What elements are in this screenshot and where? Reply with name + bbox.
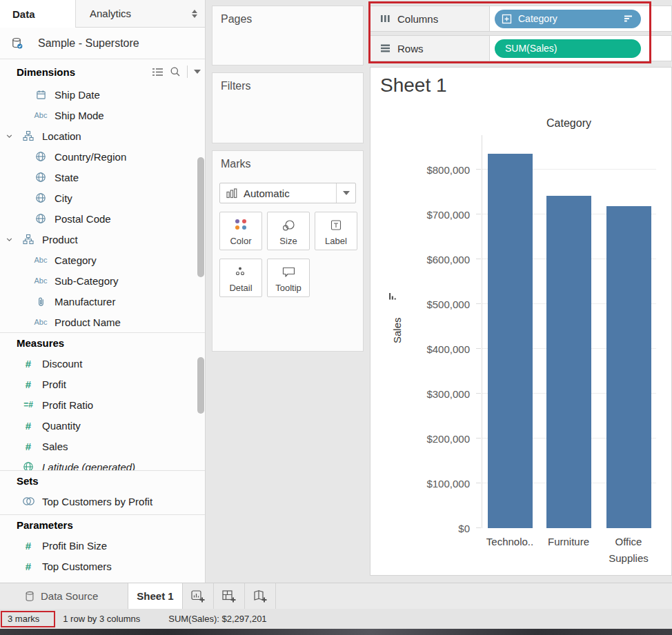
- detail-dots-icon: [220, 266, 261, 276]
- paperclip-icon: [33, 296, 48, 307]
- columns-drop-zone[interactable]: Category: [489, 6, 671, 31]
- x-tick-office-supplies[interactable]: Office Supplies: [600, 534, 658, 567]
- field-ship-date[interactable]: Ship Date: [0, 84, 205, 105]
- scrollbar-thumb[interactable]: [197, 157, 204, 277]
- columns-shelf[interactable]: Columns Category: [370, 6, 672, 32]
- mark-type-dropdown[interactable]: Automatic: [219, 183, 356, 203]
- worksheet-view: Sheet 1 Category $0$100,000$200,000$300,…: [370, 67, 672, 576]
- field-state[interactable]: State: [0, 167, 205, 188]
- field-sales[interactable]: # Sales: [0, 436, 205, 456]
- field-manufacturer[interactable]: Manufacturer: [0, 291, 205, 312]
- pill-sum-sales[interactable]: SUM(Sales): [495, 39, 641, 58]
- y-tick-mark: [476, 438, 481, 439]
- color-dots-icon: [220, 219, 261, 230]
- size-button[interactable]: Size: [267, 212, 310, 250]
- pages-shelf[interactable]: Pages: [212, 6, 364, 65]
- rows-shelf[interactable]: Rows SUM(Sales): [370, 35, 672, 61]
- field-city[interactable]: City: [0, 188, 205, 208]
- bar-office-supplies[interactable]: [606, 206, 651, 528]
- view-data-grid-icon[interactable]: [152, 67, 164, 77]
- bar-furniture[interactable]: [546, 196, 591, 528]
- plot-area: Technolo.. Furniture Office Supplies: [482, 135, 656, 528]
- field-profit[interactable]: # Profit: [0, 374, 205, 394]
- field-category[interactable]: Abc Category: [0, 250, 205, 270]
- abc-icon: Abc: [33, 256, 48, 264]
- abc-icon: Abc: [33, 318, 48, 326]
- y-tick-label: $200,000: [426, 433, 470, 445]
- search-icon[interactable]: [170, 66, 181, 77]
- sales-axis-label[interactable]: Sales: [391, 317, 403, 343]
- y-tick-label: $0: [458, 523, 470, 534]
- field-location-hierarchy[interactable]: Location: [0, 125, 205, 146]
- field-country-region[interactable]: Country/Region: [0, 146, 205, 167]
- field-latitude-generated[interactable]: Latitude (generated): [0, 456, 205, 470]
- dimensions-header-label: Dimensions: [17, 66, 75, 78]
- tab-analytics[interactable]: Analytics: [76, 0, 205, 28]
- tab-data-label: Data: [12, 8, 35, 20]
- calculated-number-icon: =#: [21, 400, 36, 410]
- new-dashboard-button[interactable]: [214, 583, 245, 609]
- param-top-customers[interactable]: # Top Customers: [0, 556, 205, 576]
- globe-icon: [33, 151, 48, 162]
- bar-chart-icon: [226, 188, 238, 199]
- rows-drop-zone[interactable]: SUM(Sales): [489, 36, 671, 61]
- parameters-list: # Profit Bin Size # Top Customers: [0, 535, 205, 576]
- tab-data-source[interactable]: Data Source: [0, 583, 128, 609]
- number-icon: #: [21, 379, 36, 390]
- new-story-button[interactable]: [245, 583, 276, 609]
- field-sub-category[interactable]: Abc Sub-Category: [0, 270, 205, 291]
- param-profit-bin-size[interactable]: # Profit Bin Size: [0, 535, 205, 556]
- field-discount[interactable]: # Discount: [0, 353, 205, 374]
- field-postal-code[interactable]: Postal Code: [0, 208, 205, 229]
- chevron-down-icon[interactable]: [194, 70, 201, 74]
- dropdown-arrow[interactable]: [336, 183, 355, 203]
- axis-sort-descending-icon[interactable]: [388, 292, 397, 301]
- y-tick-mark: [476, 527, 481, 528]
- squared-plus-icon[interactable]: [502, 14, 512, 24]
- separator: [187, 65, 188, 78]
- tableau-window: Data Analytics Sample - Superstore: [0, 0, 672, 635]
- measures-header: Measures: [0, 332, 205, 353]
- y-tick-mark: [476, 393, 481, 394]
- chevron-down-icon: [343, 191, 350, 195]
- set-top-customers-by-profit[interactable]: Top Customers by Profit: [0, 491, 205, 512]
- bar-technology[interactable]: [488, 154, 533, 528]
- field-quantity[interactable]: # Quantity: [0, 415, 205, 436]
- tab-data[interactable]: Data: [0, 0, 76, 28]
- y-tick-mark: [476, 259, 481, 259]
- y-tick-mark: [476, 214, 481, 214]
- x-tick-furniture[interactable]: Furniture: [540, 534, 597, 550]
- chevron-expanded-icon[interactable]: [6, 236, 17, 243]
- filters-shelf[interactable]: Filters: [212, 72, 364, 143]
- tab-sheet-1[interactable]: Sheet 1: [128, 583, 183, 609]
- label-button[interactable]: Label: [315, 212, 357, 250]
- field-product-hierarchy[interactable]: Product: [0, 229, 205, 250]
- number-icon: #: [21, 540, 36, 552]
- field-ship-mode[interactable]: Abc Ship Mode: [0, 105, 205, 125]
- pages-label: Pages: [213, 6, 363, 26]
- datasource-item[interactable]: Sample - Superstore: [0, 28, 205, 59]
- tooltip-button[interactable]: Tooltip: [267, 259, 310, 297]
- category-axis-header[interactable]: Category: [482, 117, 656, 130]
- pill-category[interactable]: Category: [495, 10, 641, 28]
- new-worksheet-button[interactable]: [183, 583, 214, 609]
- sort-descending-icon[interactable]: [624, 14, 633, 23]
- tab-analytics-label: Analytics: [90, 8, 131, 19]
- field-profit-ratio[interactable]: =# Profit Ratio: [0, 394, 205, 415]
- number-icon: #: [21, 358, 36, 370]
- abc-icon: Abc: [33, 111, 48, 119]
- x-tick-technology[interactable]: Technolo..: [481, 534, 539, 550]
- globe-icon: [33, 213, 48, 224]
- y-tick-mark: [476, 348, 481, 349]
- detail-button[interactable]: Detail: [219, 259, 262, 297]
- database-check-icon: [10, 37, 25, 50]
- globe-icon: [33, 192, 48, 203]
- rows-icon: [380, 43, 391, 53]
- up-down-arrows-icon: [191, 9, 198, 19]
- chevron-expanded-icon[interactable]: [6, 132, 17, 140]
- y-tick-label: $100,000: [426, 478, 470, 490]
- tab-sheet-1-label: Sheet 1: [137, 590, 173, 602]
- color-button[interactable]: Color: [219, 212, 262, 250]
- scrollbar-thumb[interactable]: [197, 357, 204, 414]
- field-product-name[interactable]: Abc Product Name: [0, 312, 205, 332]
